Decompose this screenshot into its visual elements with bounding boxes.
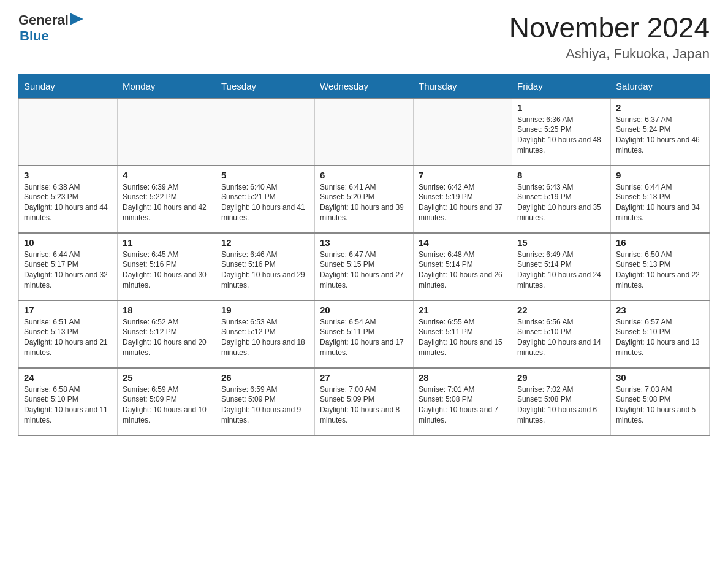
- day-number: 17: [24, 305, 112, 315]
- day-info: Sunrise: 6:51 AMSunset: 5:13 PMDaylight:…: [24, 317, 112, 358]
- calendar-cell: 28Sunrise: 7:01 AMSunset: 5:08 PMDayligh…: [414, 368, 512, 435]
- day-number: 21: [419, 305, 507, 315]
- day-info: Sunrise: 6:41 AMSunset: 5:20 PMDaylight:…: [320, 182, 408, 223]
- calendar-cell: 25Sunrise: 6:59 AMSunset: 5:09 PMDayligh…: [118, 368, 216, 435]
- calendar: SundayMondayTuesdayWednesdayThursdayFrid…: [18, 74, 710, 436]
- logo-blue: Blue: [20, 28, 49, 44]
- week-row-2: 3Sunrise: 6:38 AMSunset: 5:23 PMDaylight…: [19, 166, 710, 233]
- day-number: 25: [123, 372, 211, 383]
- calendar-cell: 22Sunrise: 6:56 AMSunset: 5:10 PMDayligh…: [512, 301, 611, 368]
- day-number: 1: [517, 102, 605, 113]
- day-number: 15: [517, 237, 605, 248]
- day-info: Sunrise: 6:36 AMSunset: 5:25 PMDaylight:…: [517, 115, 605, 156]
- day-info: Sunrise: 6:52 AMSunset: 5:12 PMDaylight:…: [123, 317, 211, 358]
- calendar-cell: 10Sunrise: 6:44 AMSunset: 5:17 PMDayligh…: [19, 233, 118, 301]
- day-number: 7: [419, 170, 507, 180]
- calendar-cell: 26Sunrise: 6:59 AMSunset: 5:09 PMDayligh…: [216, 368, 315, 435]
- day-number: 10: [24, 237, 112, 248]
- day-info: Sunrise: 7:02 AMSunset: 5:08 PMDaylight:…: [517, 385, 605, 426]
- week-row-5: 24Sunrise: 6:58 AMSunset: 5:10 PMDayligh…: [19, 368, 710, 435]
- calendar-cell: 5Sunrise: 6:40 AMSunset: 5:21 PMDaylight…: [216, 166, 315, 233]
- calendar-cell: 18Sunrise: 6:52 AMSunset: 5:12 PMDayligh…: [118, 301, 216, 368]
- day-number: 2: [616, 102, 704, 113]
- calendar-cell: 1Sunrise: 6:36 AMSunset: 5:25 PMDaylight…: [512, 98, 611, 166]
- calendar-cell: 29Sunrise: 7:02 AMSunset: 5:08 PMDayligh…: [512, 368, 611, 435]
- calendar-cell: 17Sunrise: 6:51 AMSunset: 5:13 PMDayligh…: [19, 301, 118, 368]
- day-info: Sunrise: 6:45 AMSunset: 5:16 PMDaylight:…: [123, 250, 211, 291]
- day-number: 19: [221, 305, 309, 315]
- calendar-cell: 16Sunrise: 6:50 AMSunset: 5:13 PMDayligh…: [611, 233, 710, 301]
- day-number: 14: [419, 237, 507, 248]
- day-info: Sunrise: 6:53 AMSunset: 5:12 PMDaylight:…: [221, 317, 309, 358]
- day-info: Sunrise: 6:56 AMSunset: 5:10 PMDaylight:…: [517, 317, 605, 358]
- calendar-cell: 3Sunrise: 6:38 AMSunset: 5:23 PMDaylight…: [19, 166, 118, 233]
- day-number: 11: [123, 237, 211, 248]
- day-number: 27: [320, 372, 408, 383]
- day-info: Sunrise: 7:03 AMSunset: 5:08 PMDaylight:…: [616, 385, 704, 426]
- calendar-header-sunday: Sunday: [19, 74, 118, 98]
- day-number: 16: [616, 237, 704, 248]
- calendar-header-monday: Monday: [118, 74, 216, 98]
- week-row-4: 17Sunrise: 6:51 AMSunset: 5:13 PMDayligh…: [19, 301, 710, 368]
- day-info: Sunrise: 6:40 AMSunset: 5:21 PMDaylight:…: [221, 182, 309, 223]
- day-number: 20: [320, 305, 408, 315]
- calendar-cell: 19Sunrise: 6:53 AMSunset: 5:12 PMDayligh…: [216, 301, 315, 368]
- day-info: Sunrise: 6:39 AMSunset: 5:22 PMDaylight:…: [123, 182, 211, 223]
- day-number: 24: [24, 372, 112, 383]
- calendar-cell: 8Sunrise: 6:43 AMSunset: 5:19 PMDaylight…: [512, 166, 611, 233]
- day-number: 28: [419, 372, 507, 383]
- calendar-header-saturday: Saturday: [611, 74, 710, 98]
- day-number: 8: [517, 170, 605, 180]
- day-number: 22: [517, 305, 605, 315]
- logo-triangle-icon: [70, 13, 83, 26]
- day-number: 4: [123, 170, 211, 180]
- day-info: Sunrise: 6:55 AMSunset: 5:11 PMDaylight:…: [419, 317, 507, 358]
- calendar-cell: 6Sunrise: 6:41 AMSunset: 5:20 PMDaylight…: [315, 166, 414, 233]
- calendar-cell: 24Sunrise: 6:58 AMSunset: 5:10 PMDayligh…: [19, 368, 118, 435]
- calendar-cell: 27Sunrise: 7:00 AMSunset: 5:09 PMDayligh…: [315, 368, 414, 435]
- calendar-cell: 2Sunrise: 6:37 AMSunset: 5:24 PMDaylight…: [611, 98, 710, 166]
- title-area: November 2024 Ashiya, Fukuoka, Japan: [509, 12, 710, 62]
- day-info: Sunrise: 6:48 AMSunset: 5:14 PMDaylight:…: [419, 250, 507, 291]
- day-number: 30: [616, 372, 704, 383]
- calendar-cell: 11Sunrise: 6:45 AMSunset: 5:16 PMDayligh…: [118, 233, 216, 301]
- day-info: Sunrise: 6:44 AMSunset: 5:18 PMDaylight:…: [616, 182, 704, 223]
- calendar-header-row: SundayMondayTuesdayWednesdayThursdayFrid…: [19, 74, 710, 98]
- day-info: Sunrise: 7:00 AMSunset: 5:09 PMDaylight:…: [320, 385, 408, 426]
- calendar-cell: 21Sunrise: 6:55 AMSunset: 5:11 PMDayligh…: [414, 301, 512, 368]
- day-number: 9: [616, 170, 704, 180]
- logo-general: General: [18, 12, 69, 28]
- day-info: Sunrise: 6:50 AMSunset: 5:13 PMDaylight:…: [616, 250, 704, 291]
- calendar-cell: [216, 98, 315, 166]
- calendar-header-tuesday: Tuesday: [216, 74, 315, 98]
- calendar-cell: [19, 98, 118, 166]
- day-number: 23: [616, 305, 704, 315]
- calendar-header-friday: Friday: [512, 74, 611, 98]
- day-info: Sunrise: 6:57 AMSunset: 5:10 PMDaylight:…: [616, 317, 704, 358]
- day-number: 29: [517, 372, 605, 383]
- day-info: Sunrise: 6:58 AMSunset: 5:10 PMDaylight:…: [24, 385, 112, 426]
- day-number: 5: [221, 170, 309, 180]
- calendar-cell: 7Sunrise: 6:42 AMSunset: 5:19 PMDaylight…: [414, 166, 512, 233]
- calendar-cell: 9Sunrise: 6:44 AMSunset: 5:18 PMDaylight…: [611, 166, 710, 233]
- week-row-1: 1Sunrise: 6:36 AMSunset: 5:25 PMDaylight…: [19, 98, 710, 166]
- day-number: 26: [221, 372, 309, 383]
- calendar-cell: [414, 98, 512, 166]
- day-number: 18: [123, 305, 211, 315]
- calendar-header-thursday: Thursday: [414, 74, 512, 98]
- day-info: Sunrise: 6:59 AMSunset: 5:09 PMDaylight:…: [123, 385, 211, 426]
- calendar-header-wednesday: Wednesday: [315, 74, 414, 98]
- week-row-3: 10Sunrise: 6:44 AMSunset: 5:17 PMDayligh…: [19, 233, 710, 301]
- day-info: Sunrise: 6:59 AMSunset: 5:09 PMDaylight:…: [221, 385, 309, 426]
- calendar-cell: 13Sunrise: 6:47 AMSunset: 5:15 PMDayligh…: [315, 233, 414, 301]
- calendar-cell: [118, 98, 216, 166]
- calendar-cell: 20Sunrise: 6:54 AMSunset: 5:11 PMDayligh…: [315, 301, 414, 368]
- day-info: Sunrise: 6:42 AMSunset: 5:19 PMDaylight:…: [419, 182, 507, 223]
- calendar-cell: 23Sunrise: 6:57 AMSunset: 5:10 PMDayligh…: [611, 301, 710, 368]
- day-info: Sunrise: 7:01 AMSunset: 5:08 PMDaylight:…: [419, 385, 507, 426]
- calendar-cell: 12Sunrise: 6:46 AMSunset: 5:16 PMDayligh…: [216, 233, 315, 301]
- day-number: 6: [320, 170, 408, 180]
- day-info: Sunrise: 6:38 AMSunset: 5:23 PMDaylight:…: [24, 182, 112, 223]
- calendar-cell: 4Sunrise: 6:39 AMSunset: 5:22 PMDaylight…: [118, 166, 216, 233]
- calendar-cell: 15Sunrise: 6:49 AMSunset: 5:14 PMDayligh…: [512, 233, 611, 301]
